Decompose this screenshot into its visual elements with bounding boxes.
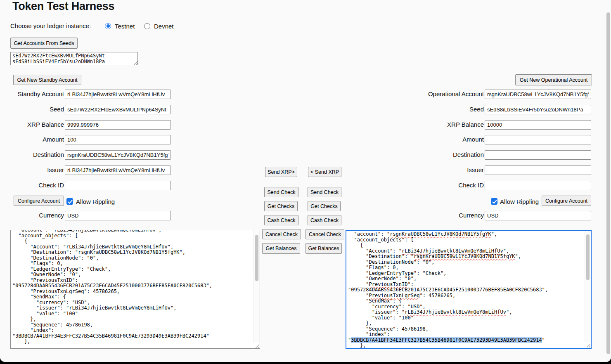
standby-issuer-label: Issuer	[0, 166, 64, 174]
standby-configure-account-button[interactable]: Configure Account	[14, 196, 64, 206]
radio-icon-testnet[interactable]	[105, 23, 111, 29]
operational-get-checks-button[interactable]: Get Checks	[308, 201, 341, 211]
radio-icon-devnet[interactable]	[144, 23, 150, 29]
standby-xrp-balance-input[interactable]	[65, 120, 171, 130]
radio-option-testnet[interactable]: Testnet	[105, 22, 135, 30]
radio-label-testnet: Testnet	[115, 23, 135, 30]
standby-amount-label: Amount	[0, 136, 64, 144]
standby-results-scrollbar-thumb[interactable]	[255, 235, 258, 281]
operational-get-balances-button[interactable]: Get Balances	[306, 243, 342, 254]
operational-seed-label: Seed	[398, 106, 484, 113]
operational-results-scrollbar-thumb[interactable]	[586, 234, 590, 280]
operational-destination-label: Destination	[398, 151, 484, 159]
page-scrollbar-thumb[interactable]	[606, 12, 610, 354]
operational-check-id-input[interactable]	[485, 181, 591, 190]
standby-send-check-button[interactable]: Send Check	[264, 187, 298, 197]
operational-results-scrollbar[interactable]	[585, 231, 591, 342]
operational-amount-label: Amount	[398, 136, 484, 144]
standby-allow-rippling-label: Allow Rippling	[76, 198, 115, 205]
standby-cancel-check-button[interactable]: Cancel Check	[262, 229, 301, 239]
page-scrollbar[interactable]	[605, 0, 611, 362]
operational-xrp-balance-input[interactable]	[485, 120, 591, 130]
standby-issuer-input[interactable]	[65, 165, 171, 175]
operational-account-label: Operational Account	[398, 90, 484, 98]
operational-issuer-label: Issuer	[398, 166, 484, 174]
token-test-harness-page: Token Test Harness Choose your ledger in…	[0, 0, 611, 362]
seeds-textarea-wrap: sEd7Wz2RX2FtcEwXBvMULfPNp64SyNt sEdS8iLb…	[10, 52, 138, 65]
operational-send-check-button[interactable]: Send Check	[308, 187, 341, 197]
seeds-textarea[interactable]: sEd7Wz2RX2FtcEwXBvMULfPNp64SyNt sEdS8iLb…	[10, 52, 138, 65]
standby-account-label: Standby Account	[0, 90, 64, 98]
operational-allow-rippling-checkbox[interactable]	[491, 198, 497, 205]
radio-option-devnet[interactable]: Devnet	[144, 22, 174, 30]
operational-seed-input[interactable]	[485, 105, 591, 114]
standby-currency-input[interactable]	[65, 211, 171, 220]
operational-amount-input[interactable]	[485, 135, 591, 144]
standby-check-id-input[interactable]	[65, 181, 171, 190]
operational-allow-rippling-label: Allow Rippling	[500, 198, 539, 205]
operational-xrp-balance-label: XRP Balance	[398, 121, 484, 129]
standby-currency-label: Currency	[0, 212, 64, 220]
standby-account-input[interactable]	[65, 90, 171, 99]
get-new-standby-account-button[interactable]: Get New Standby Account	[13, 75, 81, 85]
standby-amount-input[interactable]	[65, 135, 171, 144]
send-xrp-to-standby-button[interactable]: < Send XRP	[308, 167, 341, 177]
operational-cancel-check-button[interactable]: Cancel Check	[306, 229, 344, 239]
standby-cash-check-button[interactable]: Cash Check	[264, 215, 298, 225]
standby-results-textarea[interactable]: "account": "rLBi34J7hjieBwvtkt8LwVmQeY8m…	[10, 230, 260, 349]
standby-seed-label: Seed	[0, 106, 64, 113]
send-xrp-to-operational-button[interactable]: Send XRP>	[265, 167, 297, 177]
standby-results-text: "account": "rLBi34J7hjieBwvtkt8LwVmQeY8m…	[11, 230, 254, 345]
radio-label-devnet: Devnet	[154, 23, 174, 30]
browser-viewport: Token Test Harness Choose your ledger in…	[0, 0, 611, 364]
get-accounts-from-seeds-button[interactable]: Get Accounts From Seeds	[10, 38, 78, 49]
standby-get-checks-button[interactable]: Get Checks	[264, 201, 298, 211]
operational-check-id-label: Check ID	[398, 182, 484, 189]
ledger-instance-label: Choose your ledger instance:	[10, 22, 91, 29]
operational-configure-account-button[interactable]: Configure Account	[542, 196, 591, 206]
operational-account-input[interactable]	[485, 90, 591, 99]
standby-allow-rippling-checkbox[interactable]	[66, 198, 73, 205]
standby-get-balances-button[interactable]: Get Balances	[262, 243, 300, 254]
operational-results-textarea[interactable]: "account": "rsgnKraUDBC58wL1YcJV8KQd7NB1…	[346, 230, 592, 349]
operational-cash-check-button[interactable]: Cash Check	[308, 215, 341, 225]
standby-destination-label: Destination	[0, 151, 64, 159]
get-new-operational-account-button[interactable]: Get New Operational Account	[515, 74, 592, 85]
operational-destination-input[interactable]	[485, 150, 591, 160]
standby-results-scrollbar[interactable]	[253, 230, 260, 343]
page-title: Token Test Harness	[12, 0, 114, 13]
operational-results-text: "account": "rsgnKraUDBC58wL1YcJV8KQd7NB1…	[346, 231, 585, 348]
operational-issuer-input[interactable]	[485, 165, 591, 175]
operational-currency-label: Currency	[398, 212, 484, 220]
standby-destination-input[interactable]	[65, 150, 171, 160]
standby-check-id-label: Check ID	[0, 182, 64, 189]
standby-xrp-balance-label: XRP Balance	[0, 121, 64, 129]
standby-seed-input[interactable]	[65, 105, 171, 114]
operational-currency-input[interactable]	[485, 211, 591, 220]
